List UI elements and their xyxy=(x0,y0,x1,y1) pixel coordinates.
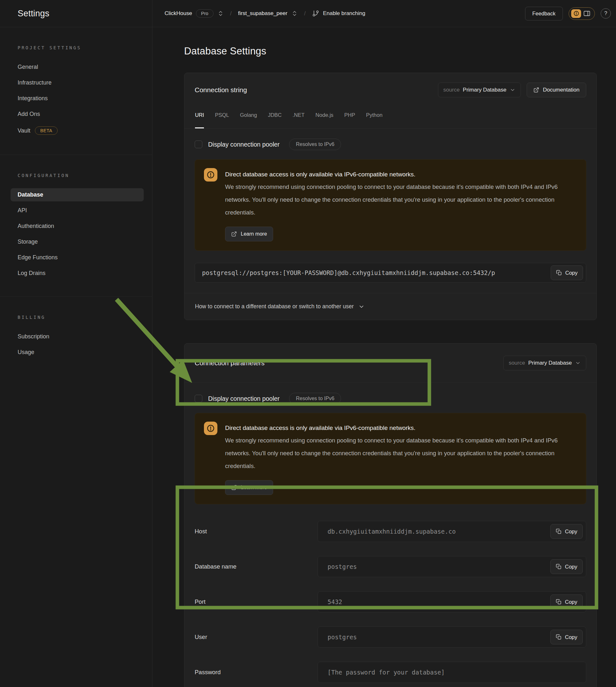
host-label: Host xyxy=(195,528,317,535)
feedback-button[interactable]: Feedback xyxy=(525,7,563,21)
copy-label: Copy xyxy=(565,564,577,570)
sidebar-item-storage[interactable]: Storage xyxy=(10,235,144,248)
project-name: first_supabase_peer xyxy=(238,10,287,17)
connection-string-body: Display connection pooler Resolves to IP… xyxy=(184,129,596,293)
sidebar-item-usage[interactable]: Usage xyxy=(10,346,144,359)
copy-icon xyxy=(556,564,562,570)
git-branch-icon xyxy=(312,10,319,17)
source-select[interactable]: source Primary Database xyxy=(503,356,586,370)
sidebar-item-vault[interactable]: VaultBETA xyxy=(10,123,144,138)
copy-icon xyxy=(556,270,562,275)
copy-icon xyxy=(556,529,562,534)
notifications-button[interactable] xyxy=(569,7,595,20)
learn-more-button[interactable]: Learn more xyxy=(225,227,273,241)
display-connection-pooler-checkbox[interactable] xyxy=(195,140,202,148)
org-selector[interactable]: ClickHouse Pro xyxy=(164,9,224,18)
sidebar-section-project-settings: PROJECT SETTINGS General Infrastructure … xyxy=(0,27,152,155)
password-input[interactable]: [The password for your database] xyxy=(317,662,586,683)
copy-database-name-button[interactable]: Copy xyxy=(550,559,583,574)
enable-branching-button[interactable]: Enable branching xyxy=(312,10,365,17)
sidebar-item-add-ons[interactable]: Add Ons xyxy=(10,108,144,121)
panel-icon xyxy=(583,9,591,17)
database-name-input[interactable]: postgres Copy xyxy=(317,556,586,577)
port-value: 5432 xyxy=(328,598,550,605)
tab-uri[interactable]: URI xyxy=(195,102,204,128)
tab-python[interactable]: Python xyxy=(366,102,382,128)
tab-nodejs[interactable]: Node.js xyxy=(315,102,333,128)
tab-dotnet[interactable]: .NET xyxy=(293,102,305,128)
sidebar-item-infrastructure[interactable]: Infrastructure xyxy=(10,76,144,89)
tab-golang[interactable]: Golang xyxy=(240,102,257,128)
notice-body: We strongly recommend using connection p… xyxy=(225,181,566,219)
enable-branching-label: Enable branching xyxy=(323,10,365,17)
database-name-label: Database name xyxy=(195,563,317,570)
tab-php[interactable]: PHP xyxy=(344,102,355,128)
help-button[interactable]: ? xyxy=(601,8,611,19)
connection-string-value: postgresql://postgres:[YOUR-PASSWORD]@db… xyxy=(202,269,551,276)
host-input[interactable]: db.cxhygiuitamxhniiddjm.supabase.co Copy xyxy=(317,521,586,542)
notice-title: Direct database access is only available… xyxy=(225,423,566,433)
connection-string-input[interactable]: postgresql://postgres:[YOUR-PASSWORD]@db… xyxy=(195,263,586,283)
connection-help-expander[interactable]: How to connect to a different database o… xyxy=(184,293,596,320)
display-connection-pooler-checkbox[interactable] xyxy=(195,395,202,402)
display-connection-pooler-label[interactable]: Display connection pooler xyxy=(208,141,280,148)
pooler-row: Display connection pooler Resolves to IP… xyxy=(195,393,586,404)
sidebar-item-api[interactable]: API xyxy=(10,204,144,217)
sidebar-section-configuration: CONFIGURATION Database API Authenticatio… xyxy=(0,155,152,296)
database-name-value: postgres xyxy=(328,563,550,570)
copy-user-button[interactable]: Copy xyxy=(550,630,583,644)
connection-parameters-title: Connection parameters xyxy=(195,359,264,367)
external-link-icon xyxy=(533,87,539,93)
topbar-actions: Feedback ? xyxy=(525,7,611,21)
sidebar-item-integrations[interactable]: Integrations xyxy=(10,92,144,105)
copy-icon xyxy=(556,634,562,640)
top-bar: ClickHouse Pro / first_supabase_peer / E… xyxy=(152,0,616,27)
sidebar-item-general[interactable]: General xyxy=(10,61,144,74)
warning-icon xyxy=(204,168,217,181)
project-selector[interactable]: first_supabase_peer xyxy=(238,10,298,17)
learn-more-label: Learn more xyxy=(241,231,267,237)
copy-connection-string-button[interactable]: Copy xyxy=(551,265,583,280)
documentation-label: Documentation xyxy=(543,87,579,93)
alert-icon xyxy=(571,9,581,18)
sidebar-item-log-drains[interactable]: Log Drains xyxy=(10,267,144,280)
breadcrumb-separator: / xyxy=(303,10,307,17)
documentation-button[interactable]: Documentation xyxy=(527,83,586,97)
org-name: ClickHouse xyxy=(164,10,192,17)
warning-icon xyxy=(204,422,217,435)
beta-badge: BETA xyxy=(35,127,58,135)
chevron-down-icon xyxy=(575,360,581,366)
sidebar-item-subscription[interactable]: Subscription xyxy=(10,330,144,343)
learn-more-button[interactable]: Learn more xyxy=(225,480,273,495)
tab-psql[interactable]: PSQL xyxy=(215,102,229,128)
page-title: Database Settings xyxy=(184,45,597,57)
sidebar-header: Settings xyxy=(0,0,152,27)
main-content: Database Settings Connection string sour… xyxy=(152,27,616,687)
ipv6-notice: Direct database access is only available… xyxy=(195,413,586,504)
copy-host-button[interactable]: Copy xyxy=(550,524,583,539)
chevrons-up-down-icon xyxy=(291,10,298,17)
chevron-down-icon xyxy=(358,304,365,310)
tab-jdbc[interactable]: JDBC xyxy=(268,102,282,128)
connection-string-tabs: URI PSQL Golang JDBC .NET Node.js PHP Py… xyxy=(184,102,596,129)
notice-body: We strongly recommend using connection p… xyxy=(225,434,566,472)
sidebar-item-edge-functions[interactable]: Edge Functions xyxy=(10,251,144,264)
field-row-database-name: Database name postgres Copy xyxy=(195,556,586,577)
connection-parameters-header: Connection parameters source Primary Dat… xyxy=(184,344,596,383)
section-heading-billing: BILLING xyxy=(18,315,144,320)
source-select[interactable]: source Primary Database xyxy=(438,83,521,97)
user-input[interactable]: postgres Copy xyxy=(317,626,586,648)
ipv6-notice: Direct database access is only available… xyxy=(195,159,586,251)
sidebar-item-database[interactable]: Database xyxy=(10,188,144,201)
learn-more-label: Learn more xyxy=(241,485,267,490)
notice-content: Direct database access is only available… xyxy=(225,168,566,241)
connection-help-text: How to connect to a different database o… xyxy=(195,303,354,310)
sidebar-item-authentication[interactable]: Authentication xyxy=(10,220,144,233)
plan-badge: Pro xyxy=(196,9,214,18)
help-glyph: ? xyxy=(604,10,607,17)
copy-port-button[interactable]: Copy xyxy=(550,595,583,609)
display-connection-pooler-label[interactable]: Display connection pooler xyxy=(208,395,280,402)
port-label: Port xyxy=(195,598,317,605)
port-input[interactable]: 5432 Copy xyxy=(317,591,586,613)
section-heading-project-settings: PROJECT SETTINGS xyxy=(18,45,144,50)
